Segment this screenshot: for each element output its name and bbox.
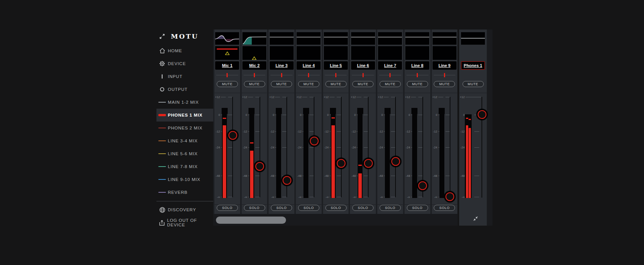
channel-name[interactable]: Mic 2 — [242, 61, 266, 70]
eq-thumbnail[interactable] — [433, 32, 456, 45]
fader-knob[interactable] — [445, 192, 454, 201]
sidebar-item-log-out-of-device[interactable]: LOG OUT OF DEVICE — [156, 216, 213, 229]
mute-button[interactable]: MUTE — [325, 81, 347, 87]
mute-button[interactable]: MUTE — [463, 81, 484, 87]
solo-button[interactable]: SOLO — [217, 205, 238, 211]
solo-button[interactable]: SOLO — [352, 205, 374, 211]
pan-slider[interactable] — [296, 70, 322, 81]
eq-thumbnail[interactable] — [324, 32, 348, 45]
sidebar-item-output[interactable]: OUTPUT — [156, 83, 213, 96]
master-eq-thumbnail[interactable] — [461, 32, 485, 45]
pan-slider[interactable] — [269, 70, 294, 81]
sidebar-item-line-7-8-mix[interactable]: LINE 7-8 MIX — [156, 160, 213, 173]
channel-name[interactable]: Line 8 — [405, 61, 429, 70]
fader-track[interactable] — [259, 97, 260, 197]
sidebar-item-line-5-6-mix[interactable]: LINE 5-6 MIX — [156, 147, 213, 160]
fader-knob[interactable] — [364, 159, 373, 168]
mute-button[interactable]: MUTE — [352, 81, 374, 87]
pan-slider-handle[interactable] — [227, 73, 228, 77]
pan-slider-handle[interactable] — [308, 73, 309, 77]
eq-thumbnail[interactable] — [215, 32, 239, 45]
eq-thumbnail[interactable] — [405, 32, 429, 45]
eq-thumbnail[interactable] — [351, 32, 375, 45]
solo-button[interactable]: SOLO — [380, 205, 401, 211]
mute-button[interactable]: MUTE — [380, 81, 401, 87]
dynamics-thumbnail[interactable] — [405, 46, 429, 60]
fader-knob[interactable] — [418, 181, 427, 190]
collapse-diagonal-icon[interactable] — [473, 216, 478, 221]
fader-knob[interactable] — [478, 110, 486, 119]
horizontal-scrollbar-track[interactable] — [213, 214, 458, 226]
sidebar-item-main-1-2-mix[interactable]: MAIN 1-2 MIX — [156, 96, 213, 109]
pan-slider-handle[interactable] — [389, 73, 391, 77]
horizontal-scrollbar-thumb[interactable] — [216, 217, 286, 224]
dynamics-thumbnail[interactable] — [297, 46, 320, 60]
mute-button[interactable]: MUTE — [217, 81, 238, 87]
solo-button[interactable]: SOLO — [271, 205, 292, 211]
fader-track[interactable] — [395, 97, 396, 197]
sidebar-item-line-3-4-mix[interactable]: LINE 3-4 MIX — [156, 134, 213, 147]
sidebar-item-discovery[interactable]: DISCOVERY — [156, 203, 213, 216]
channel-name[interactable]: Line 5 — [324, 61, 348, 70]
fader-track[interactable] — [368, 97, 369, 197]
pan-slider-handle[interactable] — [281, 73, 282, 77]
pan-slider-handle[interactable] — [254, 73, 255, 77]
mute-button[interactable]: MUTE — [407, 81, 428, 87]
dynamics-thumbnail[interactable] — [270, 46, 294, 60]
master-channel-name[interactable]: Phones 1 — [461, 61, 485, 70]
mute-button[interactable]: MUTE — [244, 81, 265, 87]
sidebar-item-phones-2-mix[interactable]: PHONES 2 MIX — [156, 122, 213, 134]
channel-name[interactable]: Line 3 — [270, 61, 294, 70]
solo-button[interactable]: SOLO — [325, 205, 347, 211]
mute-button[interactable]: MUTE — [298, 81, 319, 87]
fader-knob[interactable] — [337, 159, 345, 168]
dynamics-thumbnail[interactable] — [351, 46, 375, 60]
fader-track[interactable] — [450, 97, 450, 197]
pan-slider[interactable] — [350, 70, 376, 81]
channel-name[interactable]: Line 7 — [378, 61, 402, 70]
pan-slider-handle[interactable] — [363, 73, 364, 77]
fader-knob[interactable] — [391, 157, 400, 166]
fader-track[interactable] — [314, 97, 314, 197]
channel-name[interactable]: Mic 1 — [215, 61, 239, 70]
sidebar-item-phones-1-mix[interactable]: PHONES 1 MIX — [156, 109, 213, 122]
solo-button[interactable]: SOLO — [298, 205, 319, 211]
pan-slider[interactable] — [242, 70, 267, 81]
pan-slider[interactable] — [377, 70, 403, 81]
dynamics-thumbnail[interactable] — [324, 46, 348, 60]
pan-slider[interactable] — [405, 70, 430, 81]
sidebar-item-home[interactable]: HOME — [156, 44, 213, 57]
pan-slider[interactable] — [214, 70, 240, 81]
solo-button[interactable]: SOLO — [407, 205, 428, 211]
pan-slider[interactable] — [323, 70, 349, 81]
pan-slider-handle[interactable] — [444, 73, 445, 77]
eq-thumbnail[interactable] — [378, 32, 402, 45]
sidebar-item-input[interactable]: INPUT — [156, 70, 213, 83]
fader-knob[interactable] — [255, 162, 264, 171]
fader-track[interactable] — [341, 97, 342, 197]
sidebar-item-line-9-10-mix[interactable]: LINE 9-10 MIX — [156, 173, 213, 186]
dynamics-thumbnail[interactable] — [215, 46, 239, 60]
dynamics-thumbnail[interactable] — [378, 46, 402, 60]
pan-slider-handle[interactable] — [335, 73, 336, 77]
channel-name[interactable]: Line 9 — [433, 61, 456, 70]
eq-thumbnail[interactable] — [242, 32, 266, 45]
resize-diagonal-icon[interactable] — [156, 33, 168, 39]
fader-knob[interactable] — [283, 176, 291, 185]
pan-slider-handle[interactable] — [417, 73, 418, 77]
channel-name[interactable]: Line 6 — [351, 61, 375, 70]
fader-track[interactable] — [232, 97, 233, 197]
channel-name[interactable]: Line 4 — [297, 61, 320, 70]
fader-knob[interactable] — [228, 131, 237, 140]
mute-button[interactable]: MUTE — [271, 81, 292, 87]
fader-knob[interactable] — [310, 137, 319, 145]
pan-slider[interactable] — [432, 70, 458, 81]
dynamics-thumbnail[interactable] — [433, 46, 456, 60]
dynamics-thumbnail[interactable] — [242, 46, 266, 60]
sidebar-item-reverb[interactable]: REVERB — [156, 186, 213, 199]
solo-button[interactable]: SOLO — [434, 205, 455, 211]
sidebar-item-device[interactable]: DEVICE — [156, 57, 213, 70]
eq-thumbnail[interactable] — [297, 32, 320, 45]
eq-thumbnail[interactable] — [270, 32, 294, 45]
solo-button[interactable]: SOLO — [244, 205, 265, 211]
